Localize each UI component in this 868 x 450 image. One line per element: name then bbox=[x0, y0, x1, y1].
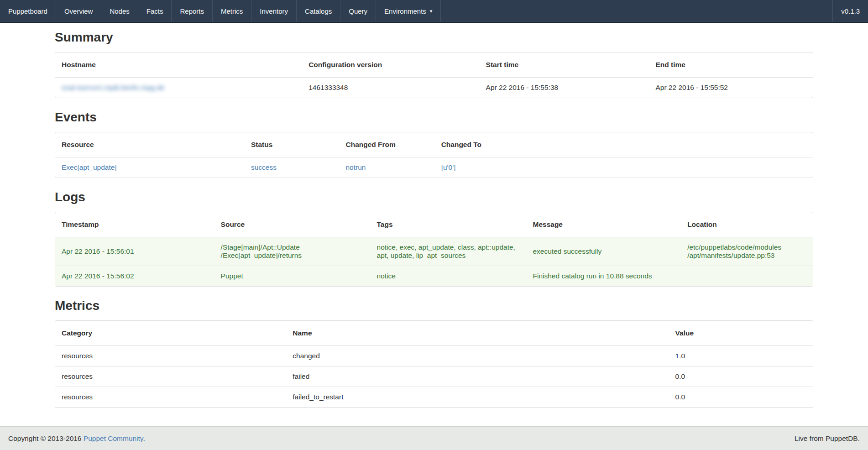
events-header-row: Resource Status Changed From Changed To bbox=[55, 132, 813, 157]
events-table: Resource Status Changed From Changed To … bbox=[55, 132, 813, 178]
nav-item-overview[interactable]: Overview bbox=[56, 0, 102, 22]
metrics-table: Category Name Value resources changed 1.… bbox=[55, 320, 813, 428]
metrics-header-row: Category Name Value bbox=[55, 321, 813, 346]
log-tags: notice bbox=[371, 266, 527, 287]
col-name: Name bbox=[286, 321, 669, 346]
metric-name: changed bbox=[286, 346, 669, 366]
footer: Copyright © 2013-2016 Puppet Community. … bbox=[0, 426, 868, 450]
log-row: Apr 22 2016 - 15:56:01 /Stage[main]/Apt:… bbox=[55, 237, 813, 266]
nav-item-environments-dropdown[interactable]: Environments ▾ bbox=[376, 0, 441, 22]
log-source: /Stage[main]/Apt::Update /Exec[apt_updat… bbox=[214, 237, 371, 266]
summary-heading: Summary bbox=[55, 30, 813, 45]
log-message: executed successfully bbox=[527, 237, 681, 266]
col-location: Location bbox=[681, 212, 813, 237]
nav-item-nodes[interactable]: Nodes bbox=[101, 0, 138, 22]
col-end-time: End time bbox=[649, 52, 813, 78]
metric-value: 1.0 bbox=[669, 346, 813, 366]
nav-item-metrics[interactable]: Metrics bbox=[213, 0, 251, 22]
log-message: Finished catalog run in 10.88 seconds bbox=[527, 266, 681, 287]
summary-table: Hostname Configuration version Start tim… bbox=[55, 52, 813, 98]
metric-row: resources failed_to_restart 0.0 bbox=[55, 387, 813, 408]
log-timestamp: Apr 22 2016 - 15:56:02 bbox=[55, 266, 214, 287]
nav-item-facts[interactable]: Facts bbox=[138, 0, 172, 22]
col-changed-from: Changed From bbox=[340, 132, 435, 157]
status-link[interactable]: success bbox=[251, 163, 277, 171]
summary-header-row: Hostname Configuration version Start tim… bbox=[55, 52, 813, 78]
log-location: /etc/puppetlabs/code/modules /apt/manife… bbox=[681, 237, 813, 266]
summary-row: snat-tservvm.mpib-berlin.mpg.de 14613333… bbox=[55, 78, 813, 98]
changed-to-link[interactable]: [u'0'] bbox=[441, 163, 456, 171]
log-tags: notice, exec, apt_update, class, apt::up… bbox=[371, 237, 527, 266]
resource-link[interactable]: Exec[apt_update] bbox=[62, 163, 117, 171]
metric-name: failed bbox=[286, 366, 669, 387]
metric-category: resources bbox=[55, 346, 286, 366]
caret-down-icon: ▾ bbox=[430, 9, 433, 14]
footer-puppetdb-status: Live from PuppetDB. bbox=[795, 434, 860, 443]
log-source-line: /Stage[main]/Apt::Update bbox=[221, 243, 364, 251]
log-timestamp: Apr 22 2016 - 15:56:01 bbox=[55, 237, 214, 266]
version-badge: v0.1.3 bbox=[832, 0, 868, 22]
col-changed-to: Changed To bbox=[435, 132, 813, 157]
col-category: Category bbox=[55, 321, 286, 346]
nav-item-catalogs[interactable]: Catalogs bbox=[297, 0, 340, 22]
hostname-link[interactable]: snat-tservvm.mpib-berlin.mpg.de bbox=[62, 84, 165, 91]
copyright-period: . bbox=[143, 434, 145, 442]
config-version-value: 1461333348 bbox=[302, 78, 479, 98]
logs-heading: Logs bbox=[55, 190, 813, 204]
col-hostname: Hostname bbox=[55, 52, 302, 78]
metric-value: 0.0 bbox=[669, 366, 813, 387]
metric-category: resources bbox=[55, 387, 286, 408]
col-resource: Resource bbox=[55, 132, 245, 157]
metric-name: failed_to_restart bbox=[286, 387, 669, 408]
log-location-line: /apt/manifests/update.pp:53 bbox=[687, 251, 806, 260]
log-location-line: /etc/puppetlabs/code/modules bbox=[687, 243, 806, 251]
nav-item-query[interactable]: Query bbox=[340, 0, 376, 22]
metric-row-partial bbox=[55, 408, 813, 428]
navbar-brand[interactable]: Puppetboard bbox=[0, 0, 56, 22]
metrics-heading: Metrics bbox=[55, 298, 813, 313]
log-location bbox=[681, 266, 813, 287]
main-content: Summary Hostname Configuration version S… bbox=[55, 30, 813, 428]
col-tags: Tags bbox=[371, 212, 527, 237]
metric-value: 0.0 bbox=[669, 387, 813, 408]
events-heading: Events bbox=[55, 110, 813, 125]
changed-from-link[interactable]: notrun bbox=[346, 163, 366, 171]
start-time-value: Apr 22 2016 - 15:55:38 bbox=[480, 78, 649, 98]
col-value: Value bbox=[669, 321, 813, 346]
metric-row: resources failed 0.0 bbox=[55, 366, 813, 387]
nav-item-inventory[interactable]: Inventory bbox=[251, 0, 297, 22]
metric-row: resources changed 1.0 bbox=[55, 346, 813, 366]
logs-table: Timestamp Source Tags Message Location A… bbox=[55, 212, 813, 287]
log-source: Puppet bbox=[214, 266, 371, 287]
log-row: Apr 22 2016 - 15:56:02 Puppet notice Fin… bbox=[55, 266, 813, 287]
environments-label: Environments bbox=[384, 7, 426, 15]
col-status: Status bbox=[245, 132, 340, 157]
event-row: Exec[apt_update] success notrun [u'0'] bbox=[55, 157, 813, 178]
col-config-version: Configuration version bbox=[302, 52, 479, 78]
navbar: Puppetboard Overview Nodes Facts Reports… bbox=[0, 0, 868, 23]
puppet-community-link[interactable]: Puppet Community bbox=[84, 434, 143, 442]
nav-item-reports[interactable]: Reports bbox=[172, 0, 213, 22]
col-timestamp: Timestamp bbox=[55, 212, 214, 237]
copyright-text: Copyright © 2013-2016 bbox=[8, 434, 82, 442]
footer-copyright: Copyright © 2013-2016 Puppet Community. bbox=[8, 434, 145, 443]
metric-category: resources bbox=[55, 366, 286, 387]
col-message: Message bbox=[527, 212, 681, 237]
col-start-time: Start time bbox=[480, 52, 649, 78]
logs-header-row: Timestamp Source Tags Message Location bbox=[55, 212, 813, 237]
log-source-line: /Exec[apt_update]/returns bbox=[221, 251, 364, 260]
col-source: Source bbox=[214, 212, 371, 237]
end-time-value: Apr 22 2016 - 15:55:52 bbox=[649, 78, 813, 98]
